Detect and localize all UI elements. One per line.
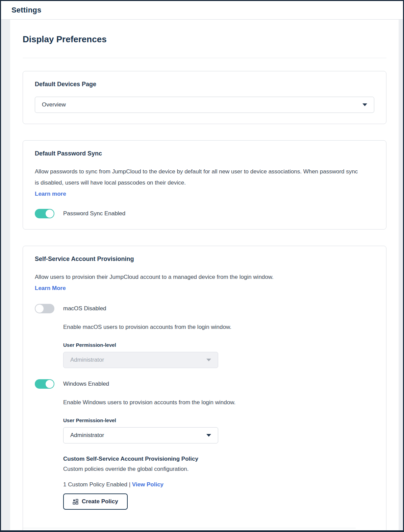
title-divider <box>23 58 386 58</box>
custom-policy-status-text: 1 Custom Policy Enabled | <box>63 481 130 488</box>
custom-policy-status: 1 Custom Policy Enabled | View Policy <box>63 481 374 488</box>
default-devices-page-title: Default Devices Page <box>35 81 374 88</box>
macos-toggle-row: macOS Disabled <box>35 304 374 313</box>
self-service-title: Self-Service Account Provisioning <box>35 256 374 263</box>
toggle-knob <box>46 210 54 218</box>
view-policy-link[interactable]: View Policy <box>132 481 163 488</box>
display-preferences-panel: Display Preferences Default Devices Page… <box>10 20 399 530</box>
macos-description: Enable macOS users to provision accounts… <box>63 323 374 332</box>
page-header-title: Settings <box>11 6 41 15</box>
windows-permission-dropdown-value: Administrator <box>70 432 104 439</box>
default-password-sync-description: Allow passwords to sync from JumpCloud t… <box>35 166 359 188</box>
app-header: Settings <box>1 1 403 20</box>
password-sync-toggle-label: Password Sync Enabled <box>63 210 125 217</box>
self-service-provisioning-card: Self-Service Account Provisioning Allow … <box>23 246 386 530</box>
content-area: Display Preferences Default Devices Page… <box>1 20 403 530</box>
section-divider <box>23 528 356 528</box>
self-service-description: Allow users to provision their JumpCloud… <box>35 271 359 283</box>
windows-toggle-label: Windows Enabled <box>63 381 109 387</box>
create-policy-button[interactable]: Create Policy <box>63 493 128 510</box>
macos-settings-block: Enable macOS users to provision accounts… <box>63 323 374 368</box>
macos-toggle[interactable] <box>35 304 54 313</box>
macos-permission-label: User Permission-level <box>63 342 374 348</box>
password-sync-toggle[interactable] <box>35 209 54 218</box>
settings-window: Settings Display Preferences Default Dev… <box>0 0 404 532</box>
default-devices-page-dropdown[interactable]: Overview <box>35 97 374 113</box>
windows-toggle[interactable] <box>35 379 54 389</box>
toggle-knob <box>35 305 44 313</box>
password-sync-toggle-row: Password Sync Enabled <box>35 209 374 218</box>
default-devices-page-dropdown-value: Overview <box>42 101 66 108</box>
default-password-sync-card: Default Password Sync Allow passwords to… <box>23 140 386 229</box>
windows-settings-block: Enable Windows users to provision accoun… <box>63 398 374 528</box>
custom-policy-title: Custom Self-Service Account Provisioning… <box>63 456 374 462</box>
macos-permission-dropdown-value: Administrator <box>70 357 104 363</box>
password-sync-learn-more-link[interactable]: Learn more <box>35 188 66 199</box>
macos-permission-dropdown: Administrator <box>63 352 218 368</box>
custom-policy-description: Custom policies override the global conf… <box>63 466 374 473</box>
windows-description: Enable Windows users to provision accoun… <box>63 398 374 407</box>
page-title: Display Preferences <box>23 34 386 45</box>
chevron-down-icon <box>206 359 211 361</box>
toggle-knob <box>46 380 54 388</box>
create-policy-button-label: Create Policy <box>82 498 118 505</box>
windows-toggle-row: Windows Enabled <box>35 379 374 389</box>
policy-grid-icon <box>73 499 78 505</box>
chevron-down-icon <box>206 434 211 437</box>
windows-permission-dropdown[interactable]: Administrator <box>63 427 218 443</box>
default-password-sync-title: Default Password Sync <box>35 150 374 157</box>
windows-permission-label: User Permission-level <box>63 417 374 423</box>
self-service-learn-more-link[interactable]: Learn More <box>35 283 66 294</box>
macos-toggle-label: macOS Disabled <box>63 305 106 312</box>
default-devices-page-card: Default Devices Page Overview <box>23 71 386 124</box>
chevron-down-icon <box>362 103 367 106</box>
